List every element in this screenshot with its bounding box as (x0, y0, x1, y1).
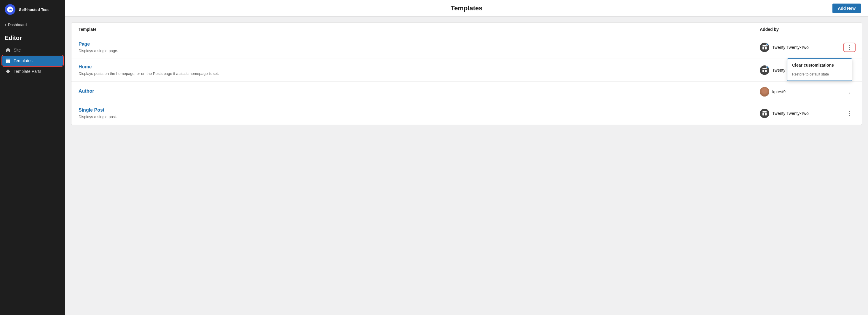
template-desc-page: Displays a single page. (79, 48, 118, 53)
add-new-button[interactable]: Add New (832, 4, 861, 13)
dashboard-link[interactable]: ‹ Dashboard (0, 19, 65, 30)
sidebar-item-templates[interactable]: Templates (2, 56, 63, 66)
actions-author: ⋮ (837, 88, 855, 96)
wp-logo[interactable] (5, 4, 16, 15)
user-avatar-inner-author (760, 87, 769, 97)
dashboard-link-label: Dashboard (8, 23, 27, 27)
nav-items: Site Templates Template Parts (0, 44, 65, 77)
table-row: Home Displays posts on the homepage, or … (71, 59, 862, 82)
templates-table: Template Added by Page Displays a single… (71, 23, 862, 125)
main-content: Templates Add New Template Added by Page… (65, 0, 868, 315)
sidebar-header: Self-hosted Test (0, 0, 65, 19)
blue-dot-home (766, 66, 769, 68)
templates-icon (5, 58, 11, 63)
more-actions-button-author[interactable]: ⋮ (844, 88, 855, 96)
user-avatar-author (760, 87, 769, 97)
theme-avatar-page (760, 43, 769, 52)
svg-rect-4 (763, 47, 764, 49)
template-info-page: Page Displays a single page. (79, 41, 760, 53)
svg-rect-7 (763, 70, 764, 72)
template-name-home[interactable]: Home (79, 64, 760, 70)
page-title: Templates (335, 4, 598, 12)
svg-rect-10 (763, 113, 764, 115)
content-area: Template Added by Page Displays a single… (65, 16, 868, 315)
added-by-name-author: kptest9 (772, 90, 785, 94)
col-template-header: Template (79, 27, 760, 32)
back-arrow-icon: ‹ (5, 22, 6, 27)
top-bar: Templates Add New (65, 0, 868, 16)
sidebar-item-site[interactable]: Site (2, 45, 63, 55)
template-info-author: Author (79, 89, 760, 95)
added-by-page: Twenty Twenty-Two (760, 43, 837, 52)
table-header: Template Added by (71, 23, 862, 36)
site-name-label: Self-hosted Test (19, 7, 49, 12)
sidebar-item-site-label: Site (13, 48, 21, 53)
sidebar-item-template-parts-label: Template Parts (13, 69, 41, 74)
added-by-author: kptest9 (760, 87, 837, 97)
svg-rect-2 (8, 60, 10, 63)
clear-customizations-item[interactable]: Clear customizations (787, 60, 852, 70)
blue-dot-page (766, 43, 769, 45)
svg-rect-0 (6, 59, 10, 60)
home-icon (5, 47, 11, 53)
svg-rect-9 (763, 111, 767, 112)
editor-section-label: Editor (0, 30, 65, 44)
col-added-by-header: Added by (760, 27, 837, 32)
added-by-name-page: Twenty Twenty-Two (772, 45, 809, 50)
svg-rect-1 (6, 60, 8, 63)
sidebar-item-template-parts[interactable]: Template Parts (2, 66, 63, 76)
sidebar: Self-hosted Test ‹ Dashboard Editor Site (0, 0, 65, 315)
template-desc-home: Displays posts on the homepage, or on th… (79, 71, 219, 76)
template-name-single-post[interactable]: Single Post (79, 107, 760, 113)
actions-single-post: ⋮ (837, 109, 855, 117)
theme-avatar-single-post (760, 109, 769, 118)
table-row: Page Displays a single page. (71, 36, 862, 59)
svg-rect-8 (765, 70, 767, 72)
template-info-home: Home Displays posts on the homepage, or … (79, 64, 760, 76)
template-info-single-post: Single Post Displays a single post. (79, 107, 760, 119)
table-row: Author kptest9 ⋮ (71, 82, 862, 102)
sidebar-item-templates-label: Templates (13, 58, 33, 63)
added-by-single-post: Twenty Twenty-Two (760, 109, 837, 118)
theme-avatar-home (760, 65, 769, 75)
more-actions-button-single-post[interactable]: ⋮ (844, 109, 855, 117)
restore-default-item[interactable]: Restore to default state (787, 70, 852, 79)
svg-rect-3 (763, 45, 767, 46)
added-by-name-single-post: Twenty Twenty-Two (772, 111, 809, 116)
svg-rect-6 (763, 68, 767, 69)
more-actions-button-page[interactable]: ⋮ (844, 43, 855, 51)
actions-page: ⋮ Clear customizations Restore to defaul… (837, 43, 855, 51)
template-name-page[interactable]: Page (79, 41, 760, 47)
table-row: Single Post Displays a single post. (71, 102, 862, 125)
svg-rect-5 (765, 47, 767, 49)
template-desc-single-post: Displays a single post. (79, 114, 117, 119)
template-name-author[interactable]: Author (79, 89, 760, 94)
theme-icon-single-post (760, 109, 769, 118)
diamond-icon (5, 69, 11, 74)
dropdown-menu-page: Clear customizations Restore to default … (787, 58, 852, 81)
svg-rect-11 (765, 113, 767, 115)
